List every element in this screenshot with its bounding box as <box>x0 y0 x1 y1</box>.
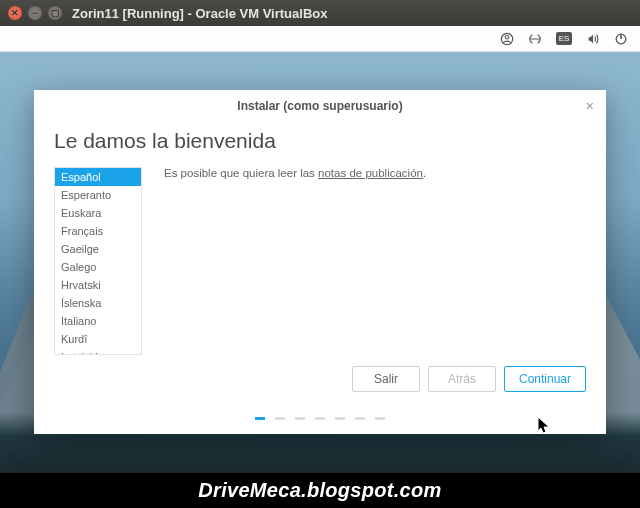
step-dot <box>335 417 345 420</box>
svg-point-1 <box>505 35 509 39</box>
welcome-suffix: . <box>423 167 426 179</box>
step-dot <box>315 417 325 420</box>
installer-title: Instalar (como superusuario) <box>34 90 606 117</box>
welcome-text: Es posible que quiera leer las notas de … <box>142 167 586 355</box>
installer-window: Instalar (como superusuario) × Le damos … <box>34 90 606 434</box>
language-option[interactable]: Hrvatski <box>55 276 141 294</box>
window-close-button[interactable]: ✕ <box>8 6 22 20</box>
continue-button[interactable]: Continuar <box>504 366 586 392</box>
desktop-background: Instalar (como superusuario) × Le damos … <box>0 52 640 472</box>
button-row: Salir Atrás Continuar <box>352 366 586 392</box>
language-list[interactable]: EspañolEsperantoEuskaraFrançaisGaeilgeGa… <box>54 167 142 355</box>
step-dot <box>275 417 285 420</box>
network-icon[interactable] <box>528 32 542 46</box>
language-option[interactable]: Galego <box>55 258 141 276</box>
language-option[interactable]: Euskara <box>55 204 141 222</box>
language-option[interactable]: Italiano <box>55 312 141 330</box>
welcome-prefix: Es posible que quiera leer las <box>164 167 318 179</box>
sound-icon[interactable] <box>586 32 600 46</box>
exit-button[interactable]: Salir <box>352 366 420 392</box>
step-dot <box>295 417 305 420</box>
back-button: Atrás <box>428 366 496 392</box>
user-icon[interactable] <box>500 32 514 46</box>
vm-status-toolbar: ES <box>0 26 640 52</box>
language-option[interactable]: Íslenska <box>55 294 141 312</box>
close-icon[interactable]: × <box>586 98 594 114</box>
window-titlebar: ✕ − ▢ Zorin11 [Running] - Oracle VM Virt… <box>0 0 640 26</box>
language-option[interactable]: Gaeilge <box>55 240 141 258</box>
step-dot <box>355 417 365 420</box>
window-title: Zorin11 [Running] - Oracle VM VirtualBox <box>72 6 327 21</box>
language-option[interactable]: Français <box>55 222 141 240</box>
page-heading: Le damos la bienvenida <box>34 117 606 167</box>
power-icon[interactable] <box>614 32 628 46</box>
release-notes-link[interactable]: notas de publicación <box>318 167 423 179</box>
step-dot <box>375 417 385 420</box>
language-option[interactable]: Español <box>55 168 141 186</box>
keyboard-icon[interactable]: ES <box>556 32 572 45</box>
window-controls: ✕ − ▢ <box>8 6 62 20</box>
step-dot <box>255 417 265 420</box>
language-option[interactable]: Esperanto <box>55 186 141 204</box>
language-option[interactable]: Latviski <box>55 348 141 355</box>
window-maximize-button[interactable]: ▢ <box>48 6 62 20</box>
watermark-caption: DriveMeca.blogspot.com <box>0 472 640 508</box>
step-indicator <box>34 417 606 420</box>
language-option[interactable]: Kurdî <box>55 330 141 348</box>
window-minimize-button[interactable]: − <box>28 6 42 20</box>
